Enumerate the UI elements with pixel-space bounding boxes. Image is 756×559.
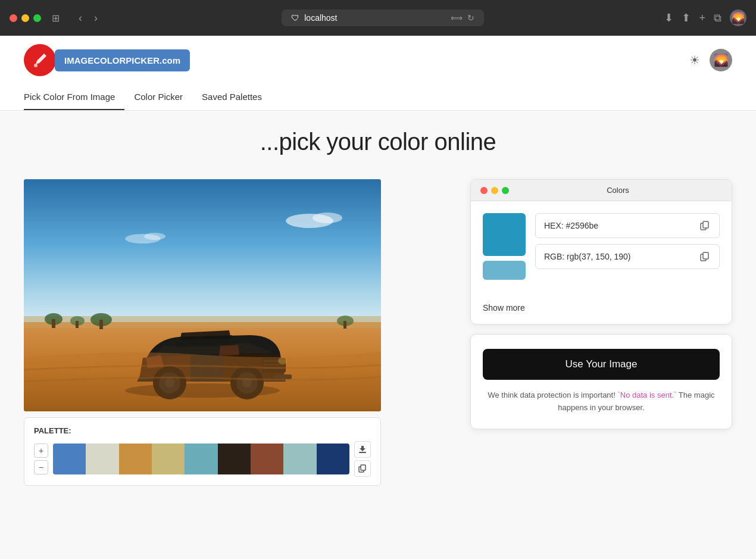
palette-controls: + − (34, 444, 48, 474)
rgb-copy-button[interactable] (699, 251, 711, 263)
svg-rect-29 (359, 452, 366, 453)
logo-left: IMAGECOLORPICKER.com (24, 44, 190, 76)
color-swatches-stack (483, 213, 526, 280)
copy-icon (358, 464, 367, 473)
main-image[interactable] (24, 179, 381, 411)
tab-color-picker[interactable]: Color Picker (124, 85, 192, 110)
right-section: Colors HEX: #2596be (470, 179, 732, 429)
tab-pick-color-from-image[interactable]: Pick Color From Image (24, 85, 124, 110)
eyedropper-icon (31, 51, 49, 69)
user-profile-avatar[interactable]: 🌄 (710, 49, 732, 71)
svg-rect-13 (99, 320, 103, 329)
palette-copy-button[interactable] (354, 460, 371, 477)
color-values: HEX: #2596be RGB: rgb(37, 150, 190) (535, 213, 720, 269)
svg-rect-9 (52, 319, 55, 328)
palette-swatch-6[interactable] (218, 444, 251, 474)
browser-chrome: ⊞ ‹ › 🛡 localhost ⟺ ↻ ⬇ ⬆ + ⧉ 🌄 (0, 0, 756, 36)
share-button[interactable]: ⬆ (682, 11, 691, 24)
palette-add-button[interactable]: + (34, 444, 48, 458)
svg-point-3 (313, 213, 342, 223)
traffic-light-yellow[interactable] (21, 14, 29, 22)
hex-value-text: HEX: #2596be (544, 221, 693, 230)
palette-actions (354, 441, 371, 477)
back-button[interactable]: ‹ (75, 11, 86, 26)
url-text: localhost (304, 13, 337, 23)
page-header: IMAGECOLORPICKER.com ☀ 🌄 Pick Color From… (0, 36, 756, 111)
address-bar[interactable]: 🛡 localhost ⟺ ↻ (282, 10, 484, 26)
svg-rect-35 (703, 252, 708, 259)
data-protection-highlight: `No data is sent.` (617, 391, 676, 399)
panel-traffic-lights (480, 187, 509, 194)
svg-rect-33 (703, 221, 708, 228)
new-tab-button[interactable]: + (699, 12, 705, 24)
color-swatch-secondary[interactable] (483, 261, 526, 280)
palette-swatch-9[interactable] (317, 444, 349, 474)
traffic-light-red[interactable] (10, 14, 17, 22)
hex-copy-icon (700, 221, 710, 230)
palette-swatches (53, 444, 349, 474)
browser-actions: ⬇ ⬆ + ⧉ 🌄 (664, 10, 746, 26)
desert-scene-svg (24, 179, 381, 411)
hex-copy-button[interactable] (699, 220, 711, 232)
palette-remove-button[interactable]: − (34, 460, 48, 474)
palette-download-button[interactable] (354, 441, 371, 458)
download-icon (358, 445, 367, 454)
palette-swatch-7[interactable] (251, 444, 283, 474)
traffic-light-green[interactable] (33, 14, 41, 22)
svg-rect-15 (343, 321, 346, 329)
user-avatar[interactable]: 🌄 (730, 10, 746, 26)
svg-point-0 (34, 64, 38, 67)
translate-icon: ⟺ (451, 13, 463, 23)
panel-tl-red (480, 187, 488, 194)
refresh-icon[interactable]: ↻ (467, 13, 474, 23)
content-area: PALETTE: + − (24, 179, 732, 486)
palette-swatch-5[interactable] (185, 444, 217, 474)
image-section: PALETTE: + − (24, 179, 452, 486)
palette-swatch-8[interactable] (283, 444, 316, 474)
logo-area: IMAGECOLORPICKER.com ☀ 🌄 (24, 36, 732, 85)
logo-text[interactable]: IMAGECOLORPICKER.com (55, 49, 190, 71)
browser-nav: ‹ › (75, 11, 101, 26)
address-bar-wrapper: 🛡 localhost ⟺ ↻ (108, 10, 657, 26)
use-image-panel: Use Your Image We think data protection … (470, 334, 732, 429)
tab-saved-palettes[interactable]: Saved Palettes (192, 85, 271, 110)
svg-point-5 (144, 233, 165, 240)
panel-title: Colors (514, 186, 722, 195)
shield-icon: 🛡 (291, 13, 299, 23)
panel-tl-yellow (491, 187, 498, 194)
data-protection-text: We think data protection is important! `… (483, 389, 720, 414)
tabs-overview-button[interactable]: ⧉ (714, 12, 721, 24)
main-content: ...pick your color online (0, 111, 756, 559)
download-manager-button[interactable]: ⬇ (664, 11, 673, 24)
sidebar-toggle-button[interactable]: ⊞ (48, 11, 63, 25)
panel-tl-green (502, 187, 509, 194)
color-display-row: HEX: #2596be RGB: rgb(37, 150, 190) (483, 213, 720, 280)
palette-swatch-3[interactable] (119, 444, 152, 474)
svg-rect-11 (76, 321, 79, 328)
use-image-button[interactable]: Use Your Image (483, 349, 720, 380)
panel-titlebar: Colors (471, 180, 732, 201)
rgb-value-row: RGB: rgb(37, 150, 190) (535, 244, 720, 269)
forward-button[interactable]: › (90, 11, 101, 26)
palette-card: PALETTE: + − (24, 417, 381, 486)
logo-icon[interactable] (24, 44, 56, 76)
header-right: ☀ 🌄 (689, 49, 732, 71)
svg-rect-1 (24, 179, 381, 340)
theme-toggle-icon[interactable]: ☀ (689, 53, 700, 67)
traffic-lights (10, 14, 41, 22)
palette-swatch-2[interactable] (86, 444, 118, 474)
palette-swatch-4[interactable] (152, 444, 185, 474)
color-swatch-primary[interactable] (483, 213, 526, 256)
palette-swatch-1[interactable] (53, 444, 86, 474)
show-more-button[interactable]: Show more (483, 303, 525, 313)
palette-label: PALETTE: (34, 426, 371, 435)
color-panel: Colors HEX: #2596be (470, 179, 732, 324)
rgb-copy-icon (700, 252, 710, 261)
show-more-row: Show more (471, 296, 732, 324)
svg-rect-31 (361, 465, 365, 470)
hex-value-row: HEX: #2596be (535, 213, 720, 238)
panel-body: HEX: #2596be RGB: rgb(37, 150, 190) (471, 201, 732, 296)
nav-tabs: Pick Color From Image Color Picker Saved… (24, 85, 732, 110)
palette-row: + − (34, 441, 371, 477)
data-protection-part1: We think data protection is important! (488, 391, 615, 399)
